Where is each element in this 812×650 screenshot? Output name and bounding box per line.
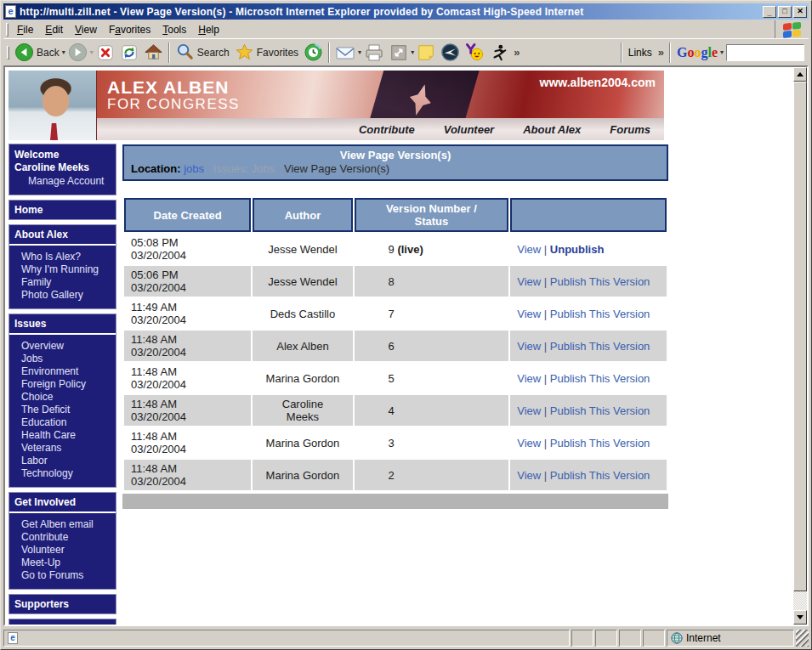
sidebar-header-home[interactable]: Home — [9, 201, 116, 219]
back-button[interactable]: Back — [12, 41, 62, 64]
action-link-publish-this-version[interactable]: Publish This Version — [550, 469, 650, 482]
toolbar-grip[interactable] — [6, 23, 9, 37]
cell-author: Marina Gordon — [253, 363, 352, 393]
google-logo[interactable]: Google — [677, 45, 718, 60]
action-link-publish-this-version[interactable]: Publish This Version — [550, 340, 650, 353]
sidebar-item-contribute[interactable]: Contribute — [21, 531, 112, 544]
google-dropdown[interactable]: ▾ — [720, 48, 724, 56]
sidebar-item-family[interactable]: Family — [21, 276, 112, 289]
sidebar-item-overview[interactable]: Overview — [21, 340, 112, 353]
sidebar-header-supporters[interactable]: Supporters — [9, 595, 116, 613]
sidebar-item-why-i-m-running[interactable]: Why I'm Running — [21, 263, 112, 276]
sidebar-item-veterans[interactable]: Veterans — [21, 442, 112, 455]
sidebar-section-press-room: Press RoomNews ArticlesPress ReleasesPre… — [9, 619, 116, 625]
sidebar-item-technology[interactable]: Technology — [21, 467, 112, 480]
action-link-view[interactable]: View — [517, 308, 541, 320]
sidebar-item-the-deficit[interactable]: The Deficit — [21, 404, 112, 416]
vertical-scrollbar[interactable] — [793, 67, 807, 625]
menu-view[interactable]: View — [69, 22, 103, 37]
forward-button[interactable] — [65, 41, 90, 64]
action-link-publish-this-version[interactable]: Publish This Version — [550, 308, 650, 320]
sidebar-item-go-to-forums[interactable]: Go to Forums — [21, 569, 112, 582]
browser-viewport: ALEX ALBEN FOR CONGRESS www.alben2004.co… — [3, 65, 809, 626]
menu-tools[interactable]: Tools — [156, 22, 192, 37]
menu-file[interactable]: File — [11, 22, 39, 37]
edit-button[interactable] — [387, 42, 411, 64]
zone-label: Internet — [686, 632, 721, 644]
sidebar-item-meet-up[interactable]: Meet-Up — [21, 557, 112, 569]
banner-nav-contribute[interactable]: Contribute — [359, 123, 415, 136]
sidebar-item-education[interactable]: Education — [21, 416, 112, 429]
action-link-view[interactable]: View — [517, 372, 541, 385]
stop-button[interactable] — [94, 42, 117, 64]
column-header-date-created: Date Created — [124, 198, 251, 232]
action-link-publish-this-version[interactable]: Publish This Version — [550, 404, 650, 417]
manage-account-link[interactable]: Manage Account — [14, 174, 111, 188]
travel-button[interactable] — [438, 41, 463, 64]
page-header-bar: View Page Version(s) Location: jobs : Is… — [122, 144, 668, 181]
sidebar-header-about-alex[interactable]: About Alex — [9, 225, 116, 244]
sidebar-item-environment[interactable]: Environment — [21, 365, 112, 378]
favorites-button[interactable]: Favorites — [232, 41, 301, 64]
table-row: 11:48 AM 03/20/2004Marina Gordon3View | … — [124, 427, 667, 458]
sidebar-header-issues[interactable]: Issues — [9, 314, 116, 333]
sidebar-header-get-involved[interactable]: Get Involved — [9, 493, 116, 512]
banner-nav: ContributeVolunteerAbout AlexForums — [97, 118, 664, 140]
scroll-down-button[interactable] — [793, 610, 807, 625]
links-overflow-chevron[interactable]: » — [656, 46, 667, 59]
action-link-view[interactable]: View — [517, 437, 541, 449]
links-bar-label[interactable]: Links — [625, 47, 656, 59]
action-link-publish-this-version[interactable]: Publish This Version — [550, 372, 650, 385]
banner-nav-volunteer[interactable]: Volunteer — [444, 123, 494, 136]
refresh-button[interactable] — [117, 42, 141, 64]
sidebar-item-photo-gallery[interactable]: Photo Gallery — [21, 289, 112, 302]
sidebar-item-jobs[interactable]: Jobs — [21, 353, 112, 365]
history-button[interactable] — [301, 41, 326, 64]
maximize-button[interactable]: □ — [778, 6, 792, 18]
action-link-unpublish[interactable]: Unpublish — [550, 243, 605, 256]
breadcrumb-link-jobs[interactable]: jobs — [184, 162, 204, 175]
window-title: http://multi.zill.net - View Page Versio… — [20, 6, 759, 18]
action-link-view[interactable]: View — [517, 243, 541, 256]
scrollbar-thumb[interactable] — [793, 82, 807, 591]
close-button[interactable]: ✕ — [793, 6, 807, 18]
ie-page-icon: e — [5, 5, 16, 18]
notes-button[interactable] — [414, 42, 438, 64]
action-link-view[interactable]: View — [517, 340, 541, 353]
cell-version-status: 4 — [355, 395, 509, 426]
print-button[interactable] — [361, 42, 387, 64]
sidebar-item-volunteer[interactable]: Volunteer — [21, 544, 112, 557]
sidebar-item-who-is-alex[interactable]: Who Is Alex? — [21, 251, 112, 263]
sidebar-item-get-alben-email[interactable]: Get Alben email — [21, 518, 112, 531]
search-button[interactable]: Search — [173, 41, 232, 64]
banner-nav-about-alex[interactable]: About Alex — [523, 123, 581, 136]
action-link-publish-this-version[interactable]: Publish This Version — [550, 437, 650, 449]
action-link-view[interactable]: View — [517, 275, 541, 288]
yahoo-messenger-button[interactable] — [463, 41, 487, 64]
aim-button[interactable] — [487, 42, 511, 64]
resize-grip[interactable] — [796, 630, 809, 647]
menu-edit[interactable]: Edit — [39, 22, 69, 37]
minimize-button[interactable]: _ — [763, 6, 776, 18]
sidebar-item-health-care[interactable]: Health Care — [21, 429, 112, 442]
toolbar-overflow-chevron[interactable]: » — [511, 46, 522, 59]
toolbar-grip-2[interactable] — [7, 46, 9, 59]
sidebar-section-get-involved: Get InvolvedGet Alben emailContributeVol… — [9, 492, 116, 590]
mail-button[interactable] — [332, 42, 358, 64]
sidebar-item-labor[interactable]: Labor — [21, 455, 112, 467]
sidebar-item-foreign-policy[interactable]: Foreign Policy — [21, 378, 112, 391]
cell-version-status: 2 — [355, 460, 509, 490]
sidebar-header-press-room[interactable]: Press Room — [9, 619, 116, 625]
action-link-view[interactable]: View — [517, 469, 541, 482]
menu-help[interactable]: Help — [192, 22, 225, 37]
ie-page-icon-small: e — [8, 632, 18, 644]
banner-nav-forums[interactable]: Forums — [610, 123, 650, 136]
home-button[interactable] — [141, 41, 166, 64]
google-search-input[interactable] — [726, 44, 804, 61]
menu-favorites[interactable]: Favorites — [103, 22, 156, 37]
scroll-up-button[interactable] — [793, 67, 807, 82]
action-link-view[interactable]: View — [517, 404, 541, 417]
sidebar-item-choice[interactable]: Choice — [21, 391, 112, 404]
action-link-publish-this-version[interactable]: Publish This Version — [550, 275, 650, 288]
stop-icon — [96, 43, 115, 62]
